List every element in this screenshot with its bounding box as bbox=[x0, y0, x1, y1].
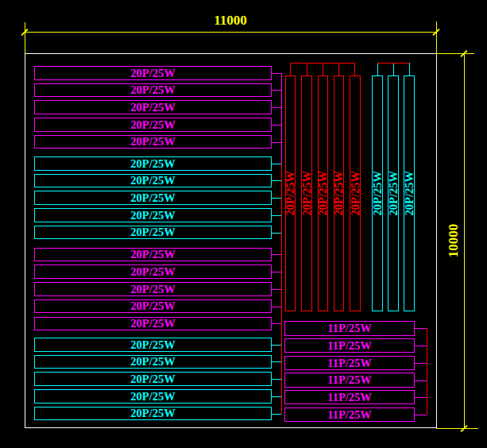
right-dimension-extension-top bbox=[436, 53, 474, 54]
panel-bar-label: 20P/25W bbox=[130, 119, 175, 131]
panel-bar-horizontal[interactable]: 20P/25W bbox=[34, 407, 272, 421]
bus-line-right-red bbox=[427, 328, 427, 415]
panel-bar-horizontal[interactable]: 20P/25W bbox=[34, 248, 272, 262]
connector-stub bbox=[272, 396, 281, 397]
panel-bar-label: 20P/25W bbox=[130, 210, 175, 222]
panel-bar-vertical[interactable]: 20P/25W bbox=[350, 75, 360, 311]
panel-bar-label: 20P/25W bbox=[130, 102, 175, 114]
connector-stub bbox=[272, 107, 281, 108]
top-dimension-label[interactable]: 11000 bbox=[214, 13, 247, 29]
panel-bar-label: 11P/25W bbox=[327, 374, 372, 386]
connector-stub bbox=[272, 414, 281, 415]
right-dimension-line[interactable] bbox=[464, 53, 465, 428]
panel-bar-label: 11P/25W bbox=[327, 409, 372, 421]
panel-bar-vertical[interactable]: 20P/25W bbox=[301, 75, 311, 311]
panel-bar-label: 20P/25W bbox=[130, 356, 175, 368]
connector-stub bbox=[415, 363, 427, 364]
panel-bar-label: 11P/25W bbox=[327, 322, 372, 334]
connector-stub bbox=[338, 63, 339, 75]
panel-bar-label: 20P/25W bbox=[301, 171, 313, 215]
panel-bar-horizontal[interactable]: 20P/25W bbox=[34, 100, 272, 114]
top-dimension-line[interactable] bbox=[25, 32, 436, 33]
panel-bar-horizontal[interactable]: 20P/25W bbox=[34, 389, 272, 404]
panel-bar-horizontal[interactable]: 20P/25W bbox=[34, 83, 272, 98]
panel-bar-label: 20P/25W bbox=[284, 171, 296, 215]
connector-stub bbox=[272, 307, 281, 307]
panel-bar-horizontal[interactable]: 11P/25W bbox=[284, 356, 414, 370]
connector-stub bbox=[272, 254, 281, 255]
connector-stub bbox=[415, 346, 427, 346]
panel-bar-horizontal[interactable]: 11P/25W bbox=[284, 373, 414, 387]
connector-stub bbox=[272, 345, 281, 346]
panel-bar-label: 20P/25W bbox=[130, 249, 175, 261]
panel-bar-vertical[interactable]: 20P/25W bbox=[388, 75, 398, 311]
panel-bar-label: 11P/25W bbox=[327, 392, 372, 404]
top-dimension-extension-right bbox=[436, 21, 437, 53]
right-dimension-label[interactable]: 10000 bbox=[446, 224, 462, 258]
panel-bar-label: 20P/25W bbox=[130, 407, 175, 419]
panel-bar-horizontal[interactable]: 20P/25W bbox=[34, 299, 272, 314]
panel-bar-horizontal[interactable]: 20P/25W bbox=[34, 156, 272, 171]
panel-bar-label: 20P/25W bbox=[350, 171, 361, 215]
connector-stub bbox=[272, 142, 281, 143]
panel-bar-label: 20P/25W bbox=[130, 192, 175, 204]
connector-stub bbox=[415, 328, 427, 329]
panel-bar-label: 20P/25W bbox=[130, 136, 175, 148]
panel-bar-horizontal[interactable]: 20P/25W bbox=[34, 338, 272, 352]
panel-bar-vertical[interactable]: 20P/25W bbox=[285, 75, 296, 311]
connector-stub bbox=[272, 379, 281, 380]
panel-bar-vertical[interactable]: 20P/25W bbox=[334, 75, 344, 311]
panel-bar-horizontal[interactable]: 20P/25W bbox=[34, 317, 272, 331]
connector-stub bbox=[272, 73, 281, 74]
panel-bar-label: 20P/25W bbox=[130, 391, 175, 403]
panel-bar-horizontal[interactable]: 20P/25W bbox=[34, 191, 272, 205]
panel-bar-horizontal[interactable]: 20P/25W bbox=[34, 135, 272, 149]
panel-bar-label: 20P/25W bbox=[130, 226, 175, 238]
panel-bar-label: 20P/25W bbox=[404, 171, 415, 215]
connector-stub bbox=[323, 63, 323, 75]
panel-bar-label: 20P/25W bbox=[130, 318, 175, 330]
top-dimension-extension-left bbox=[25, 22, 25, 53]
panel-bar-horizontal[interactable]: 20P/25W bbox=[34, 282, 272, 296]
panel-bar-label: 20P/25W bbox=[130, 339, 175, 351]
panel-bar-horizontal[interactable]: 11P/25W bbox=[284, 390, 414, 404]
connector-stub bbox=[272, 361, 281, 362]
panel-bar-label: 20P/25W bbox=[130, 373, 175, 385]
panel-bar-label: 20P/25W bbox=[130, 284, 175, 295]
connector-stub bbox=[415, 397, 427, 398]
panel-bar-horizontal[interactable]: 20P/25W bbox=[34, 372, 272, 386]
connector-stub bbox=[377, 63, 378, 75]
connector-stub bbox=[393, 63, 394, 75]
bus-line-left-magenta bbox=[281, 73, 282, 164]
connector-stub bbox=[272, 90, 281, 91]
panel-bar-horizontal[interactable]: 20P/25W bbox=[34, 226, 272, 240]
panel-bar-horizontal[interactable]: 11P/25W bbox=[284, 338, 414, 353]
panel-bar-label: 20P/25W bbox=[130, 158, 175, 170]
connector-stub bbox=[272, 125, 281, 126]
panel-bar-label: 20P/25W bbox=[317, 171, 329, 215]
cad-drawing-canvas: 11000 10000 20P/25W20P/25W20P/25W20P/25W… bbox=[0, 0, 487, 448]
panel-bar-label: 20P/25W bbox=[130, 175, 175, 187]
panel-bar-horizontal[interactable]: 20P/25W bbox=[34, 265, 272, 279]
connector-stub bbox=[272, 180, 281, 181]
panel-bar-horizontal[interactable]: 20P/25W bbox=[34, 174, 272, 188]
panel-bar-vertical[interactable]: 20P/25W bbox=[404, 75, 414, 311]
panel-bar-horizontal[interactable]: 20P/25W bbox=[34, 355, 272, 369]
panel-bar-horizontal[interactable]: 20P/25W bbox=[34, 208, 272, 222]
connector-stub bbox=[272, 215, 281, 216]
panel-bar-horizontal[interactable]: 20P/25W bbox=[34, 118, 272, 132]
panel-bar-label: 11P/25W bbox=[327, 357, 372, 369]
panel-bar-label: 20P/25W bbox=[130, 266, 175, 278]
panel-bar-horizontal[interactable]: 20P/25W bbox=[34, 66, 272, 80]
connector-stub bbox=[272, 233, 281, 234]
panel-bar-vertical[interactable]: 20P/25W bbox=[372, 75, 382, 311]
panel-bar-label: 11P/25W bbox=[327, 340, 372, 352]
bus-line-left-red bbox=[281, 164, 282, 414]
connector-stub bbox=[272, 272, 281, 272]
bus-line-top bbox=[377, 63, 409, 64]
panel-bar-horizontal[interactable]: 11P/25W bbox=[284, 321, 414, 335]
panel-bar-label: 20P/25W bbox=[130, 84, 175, 96]
panel-bar-vertical[interactable]: 20P/25W bbox=[318, 75, 328, 311]
panel-bar-horizontal[interactable]: 11P/25W bbox=[284, 407, 414, 422]
panel-bar-label: 20P/25W bbox=[372, 171, 384, 215]
